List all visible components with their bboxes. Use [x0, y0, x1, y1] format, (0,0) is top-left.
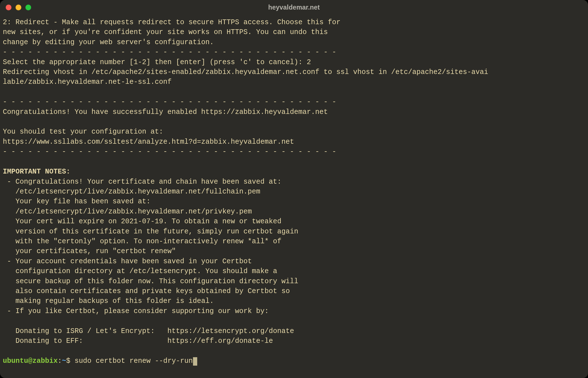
terminal-line: Your key file has been saved at:: [3, 197, 151, 206]
terminal-line: Select the appropriate number [1-2] then…: [3, 58, 311, 66]
terminal-line: version of this certificate in the futur…: [3, 228, 298, 236]
window-title: heyvaldemar.net: [0, 4, 588, 11]
terminal-line: lable/zabbix.heyvaldemar.net-le-ssl.conf: [3, 78, 172, 86]
terminal-line: - - - - - - - - - - - - - - - - - - - - …: [3, 98, 336, 106]
prompt-colon: :: [58, 357, 62, 365]
window-controls: [6, 4, 31, 10]
terminal-line: Your cert will expire on 2021-07-19. To …: [3, 217, 281, 226]
titlebar: heyvaldemar.net: [0, 0, 588, 15]
terminal-line: your certificates, run "certbot renew": [3, 247, 176, 255]
terminal-line: https://www.ssllabs.com/ssltest/analyze.…: [3, 138, 294, 146]
terminal-line: with the "certonly" option. To non-inter…: [3, 237, 281, 246]
terminal-line: change by editing your web server's conf…: [3, 38, 214, 46]
terminal-line: - Your account credentials have been sav…: [3, 257, 252, 266]
terminal-line: 2: Redirect - Make all requests redirect…: [3, 18, 340, 26]
terminal-line: /etc/letsencrypt/live/zabbix.heyvaldemar…: [3, 188, 260, 196]
terminal-line: Donating to EFF: https://eff.org/donate-…: [3, 337, 273, 345]
terminal-line: Redirecting vhost in /etc/apache2/sites-…: [3, 68, 488, 76]
terminal-line: - - - - - - - - - - - - - - - - - - - - …: [3, 148, 336, 156]
terminal-line: secure backup of this folder now. This c…: [3, 277, 298, 285]
terminal-line: You should test your configuration at:: [3, 128, 163, 136]
minimize-icon[interactable]: [15, 4, 21, 10]
terminal-line: new sites, or if you're confident your s…: [3, 28, 328, 36]
terminal-line: Donating to ISRG / Let's Encrypt: https:…: [3, 327, 294, 335]
cursor-icon: [193, 357, 197, 366]
terminal-line: also contain certificates and private ke…: [3, 287, 290, 295]
terminal-line: making regular backups of this folder is…: [3, 297, 214, 305]
terminal-line: - If you like Certbot, please consider s…: [3, 307, 269, 315]
terminal-line: Congratulations! You have successfully e…: [3, 108, 328, 116]
terminal-line: - Congratulations! Your certificate and …: [3, 178, 281, 186]
zoom-icon[interactable]: [25, 4, 31, 10]
prompt-path: ~: [62, 357, 66, 365]
prompt-dollar: $: [66, 357, 75, 365]
close-icon[interactable]: [6, 4, 12, 10]
terminal-line: - - - - - - - - - - - - - - - - - - - - …: [3, 48, 336, 56]
terminal-line: /etc/letsencrypt/live/zabbix.heyvaldemar…: [3, 208, 252, 216]
terminal-line: configuration directory at /etc/letsencr…: [3, 267, 277, 275]
terminal-body[interactable]: 2: Redirect - Make all requests redirect…: [0, 15, 588, 366]
important-notes-heading: IMPORTANT NOTES:: [3, 168, 70, 176]
command-input[interactable]: sudo certbot renew --dry-run: [75, 357, 193, 365]
prompt-user-host: ubuntu@zabbix: [3, 357, 58, 365]
terminal-window: heyvaldemar.net 2: Redirect - Make all r…: [0, 0, 588, 378]
